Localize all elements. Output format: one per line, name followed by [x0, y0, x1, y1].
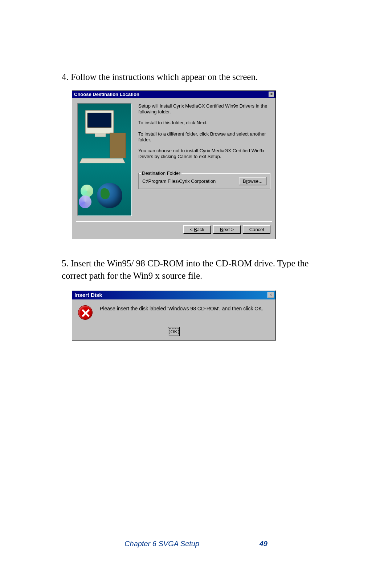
insert-disk-dialog: Insert Disk × Please insert the disk lab… — [72, 290, 276, 341]
install-text-2: To install to this folder, click Next. — [138, 120, 270, 126]
box-icon — [110, 133, 126, 158]
choose-destination-dialog: Choose Destination Location × Setup will… — [72, 90, 276, 239]
footer-page-number: 49 — [260, 540, 268, 548]
dialog-text-area: Setup will install Cyrix MediaGX Certifi… — [132, 103, 270, 216]
footer-chapter: Chapter 6 SVGA Setup — [124, 540, 199, 548]
dialog-titlebar: Insert Disk × — [72, 291, 275, 299]
install-text-4: You can choose not to install Cyrix Medi… — [138, 148, 270, 160]
dialog-button-row: < Back Next > Cancel — [72, 222, 275, 239]
page-footer: Chapter 6 SVGA Setup 49 — [0, 540, 392, 548]
insert-disk-message: Please insert the disk labeled 'Windows … — [93, 305, 263, 320]
destination-path: C:\Program Files\Cyrix Corporation — [142, 178, 216, 184]
destination-folder-group: Destination Folder C:\Program Files\Cyri… — [138, 173, 270, 189]
cancel-button[interactable]: Cancel — [243, 225, 270, 234]
next-button[interactable]: Next > — [213, 225, 241, 234]
cd-icon-2 — [79, 196, 91, 208]
step-4-text: 4. Follow the instructions which appear … — [62, 71, 330, 83]
destination-folder-label: Destination Folder — [141, 170, 181, 176]
globe-icon — [97, 183, 122, 208]
step-5-text: 5. Insert the Win95/ 98 CD-ROM into the … — [62, 257, 330, 282]
dialog-title: Choose Destination Location — [74, 92, 139, 97]
document-page: 4. Follow the instructions which appear … — [0, 0, 392, 341]
error-icon — [78, 305, 93, 320]
dialog-body: Please insert the disk labeled 'Windows … — [72, 299, 275, 322]
install-text-1: Setup will install Cyrix MediaGX Certifi… — [138, 103, 270, 115]
close-button[interactable]: × — [268, 292, 274, 298]
browse-button[interactable]: Browse... — [239, 177, 266, 185]
back-button[interactable]: < Back — [183, 225, 211, 234]
close-button[interactable]: × — [269, 92, 274, 97]
monitor-icon — [85, 110, 114, 134]
cd-icon — [81, 185, 93, 197]
dialog-body: Setup will install Cyrix MediaGX Certifi… — [72, 98, 275, 218]
keyboard-icon — [79, 158, 125, 163]
dialog-titlebar: Choose Destination Location × — [72, 91, 275, 98]
install-text-3: To install to a different folder, click … — [138, 131, 270, 143]
dialog-title: Insert Disk — [74, 292, 102, 298]
ok-button[interactable]: OK — [168, 327, 180, 336]
dialog-button-row: OK — [72, 329, 275, 334]
installer-graphic — [77, 103, 132, 216]
